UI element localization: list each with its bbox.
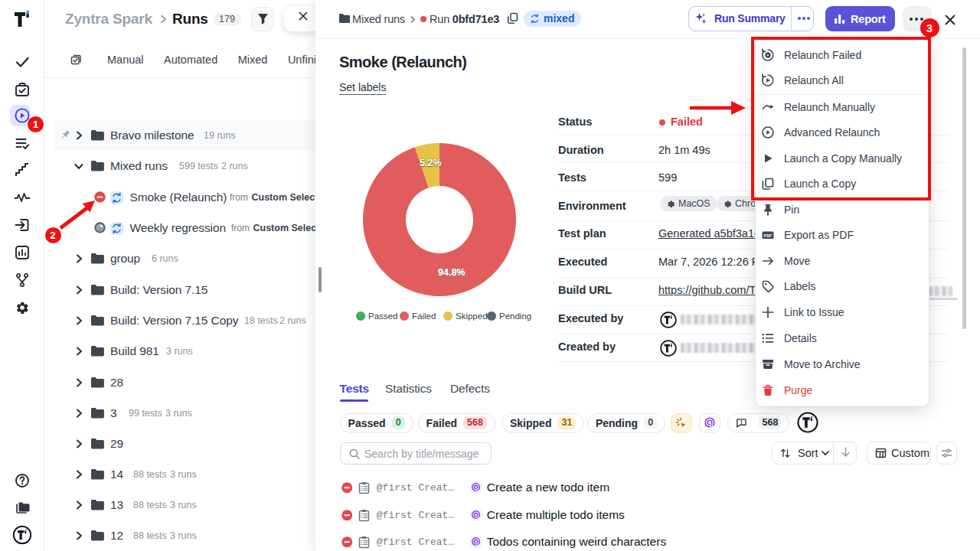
svg-text:PDF: PDF [764,233,773,238]
